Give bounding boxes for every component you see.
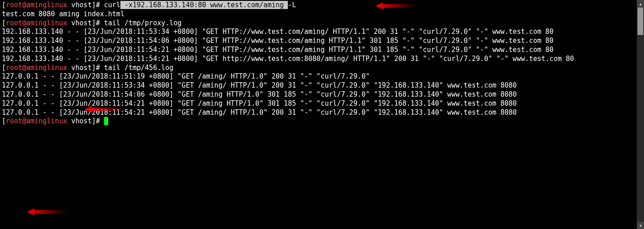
command-text: tail /tmp/proxy.log <box>104 19 182 27</box>
terminal-line: 127.0.0.1 - - [23/Jun/2018:11:54:06 +080… <box>2 90 517 98</box>
prompt-bracket: [ <box>2 117 6 125</box>
prompt-user-host: root@aminglinux <box>6 19 67 27</box>
terminal-line: 127.0.0.1 - - [23/Jun/2018:11:54:21 +080… <box>2 108 517 117</box>
scrollbar-thumb[interactable] <box>637 7 644 35</box>
terminal-line: 127.0.0.1 - - [23/Jun/2018:11:54:21 +080… <box>2 99 517 107</box>
terminal-line: 192.168.133.140 - - [23/Jun/2018:11:53:3… <box>2 28 553 36</box>
prompt-path: vhost <box>67 64 92 72</box>
vertical-scrollbar[interactable]: ▴ ▾ <box>637 0 644 229</box>
command-text: -L <box>288 1 296 9</box>
terminal-line: test.com 8080 aming index.html <box>2 10 124 18</box>
terminal-output[interactable]: [root@aminglinux vhost]# curl -x192.168.… <box>0 0 633 227</box>
terminal-line: 192.168.133.140 - - [23/Jun/2018:11:54:2… <box>2 55 574 63</box>
scrollbar-up-button[interactable]: ▴ <box>637 0 644 7</box>
prompt-bracket: [ <box>2 1 6 9</box>
terminal-line: 192.168.133.140 - - [23/Jun/2018:11:54:2… <box>2 46 553 54</box>
command-text: tail /tmp/456.log <box>104 64 174 72</box>
prompt-bracket: ]# <box>92 64 104 72</box>
prompt-path: vhost <box>67 1 92 9</box>
prompt-bracket: [ <box>2 19 6 27</box>
prompt-path: vhost <box>67 19 92 27</box>
terminal-line: 127.0.0.1 - - [23/Jun/2018:11:51:19 +080… <box>2 72 370 80</box>
prompt-bracket: ]# <box>92 19 104 27</box>
prompt-path: vhost <box>67 117 92 125</box>
terminal-cursor <box>104 117 108 125</box>
prompt-user-host: root@aminglinux <box>6 1 67 9</box>
scrollbar-down-button[interactable]: ▾ <box>637 222 644 229</box>
command-text: curl <box>104 1 120 9</box>
prompt-user-host: root@aminglinux <box>6 117 67 125</box>
terminal-line: 127.0.0.1 - - [23/Jun/2018:11:53:34 +080… <box>2 81 517 89</box>
prompt-bracket: ]# <box>92 117 104 125</box>
prompt-bracket: ]# <box>92 1 104 9</box>
selected-text: -x192.168.133.140:80 www.test.com/aming <box>120 1 288 9</box>
prompt-bracket: [ <box>2 64 6 72</box>
terminal-line: 192.168.133.140 - - [23/Jun/2018:11:54:0… <box>2 37 553 45</box>
prompt-user-host: root@aminglinux <box>6 64 67 72</box>
